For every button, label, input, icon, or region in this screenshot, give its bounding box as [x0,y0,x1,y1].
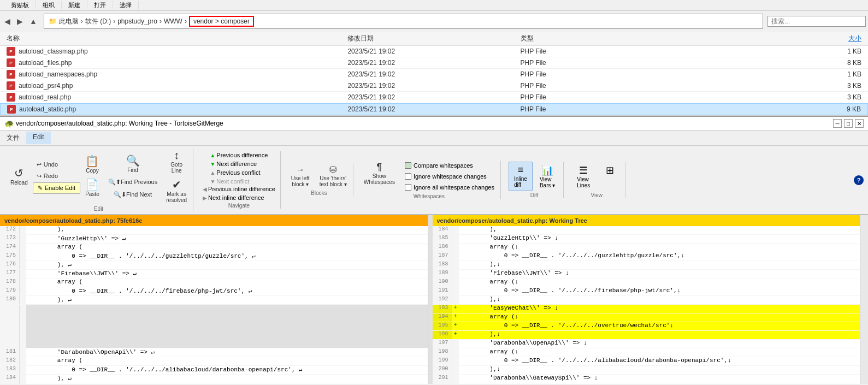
reload-button[interactable]: ↺ Reload [8,166,31,187]
next-inline-button[interactable]: ▶ Next inline difference [201,194,277,202]
find-group: 🔍 Find 🔍⬆ Find Previous 🔍⬇ Find Next [104,153,161,200]
line-content: 0 => __DIR__ . '/../../../firebase/php-j… [459,287,860,295]
file-row[interactable]: P autoload_files.php 2023/5/21 19:02 PHP… [0,57,868,69]
enable-edit-button[interactable]: ✎ Enable Edit [33,182,80,194]
view-bars-button[interactable]: 📊 ViewBars ▾ [535,162,560,191]
undo-icon: ↩ [37,161,42,168]
line-content: 0 => __DIR__ . '/../../../guzzlehttp/guz… [459,252,860,260]
file-icon: P [7,70,15,79]
compare-ws-button[interactable]: Compare whitespaces [402,161,497,170]
menu-bar: 文件 Edit [0,131,868,146]
diff-line: 185 'Darabonba\\GatewaySpi\\' => ↵ [0,383,428,384]
line-indicator [452,270,459,278]
file-row[interactable]: P autoload_classmap.php 2023/5/21 19:02 … [0,46,868,57]
ignore-ws-checkbox [405,173,411,180]
middle-scrollbar[interactable] [428,215,433,384]
find-prev-label: Find Previous [121,179,157,185]
file-row[interactable]: P autoload_real.php 2023/5/21 19:02 PHP … [0,92,868,103]
mark-resolved-button[interactable]: ✔ Mark asresolved [163,177,190,205]
col-header-type[interactable]: 类型 [518,33,691,44]
line-content: 'EasyWeChat\\' => ↓ [459,305,860,313]
blocks-section-label: Blocks [311,189,327,196]
menu-file[interactable]: 文件 [0,132,26,144]
diff-line: 186 array (↓ [433,244,860,252]
col-header-size[interactable]: 大小 [691,33,864,44]
address-this-pc: 此电脑 [59,17,79,26]
next-conflict-button[interactable]: ▼ Next conflict [208,177,269,185]
prev-inline-button[interactable]: ◀ Previous inline difference [201,185,277,193]
inline-diff-button[interactable]: ≡ Inlinediff [509,162,533,191]
line-num: 192 [433,296,452,304]
line-content: ), ↵ [26,296,428,304]
line-indicator [20,366,26,374]
view-lines-button[interactable]: ☰ ViewLines [571,162,595,191]
file-type: PHP File [518,70,691,78]
line-content: array (↓ [459,244,860,252]
ribbon-group-organize: 组织 [36,1,62,9]
line-content: ), [26,226,428,234]
address-highlight: vendor > composer [189,16,254,27]
col-header-name[interactable]: 名称 [4,33,345,44]
blocks-top: → Use leftblock ▾ ⛁ Use 'theirs'text blo… [288,164,350,189]
goto-line-button[interactable]: ↕ GotoLine [167,148,186,175]
diff-line: 184 ), ↵ [0,375,428,383]
copy-button[interactable]: 📋 Copy [82,154,102,175]
close-button[interactable]: ✕ [855,119,864,128]
whitespace-options: Compare whitespaces Ignore whitespace ch… [402,161,497,192]
use-left-icon: → [296,165,305,174]
show-ws-icon: ¶ [376,162,382,172]
ignore-ws-changes-button[interactable]: Ignore whitespace changes [402,171,497,181]
line-num: 183 [0,366,20,374]
file-row[interactable]: P autoload_namespaces.php 2023/5/21 19:0… [0,69,868,80]
show-whitespaces-button[interactable]: ¶ ShowWhitespaces [361,161,398,187]
prev-diff-button[interactable]: ▲ Previous difference [208,151,269,159]
line-indicator [20,357,26,365]
view-extra-button[interactable]: ⊞ [598,162,622,191]
search-input[interactable] [767,16,866,27]
prev-diff-icon: ▲ [210,152,215,158]
window-title: vendor/composer/autoload_static.php: Wor… [16,120,223,127]
file-date: 2023/5/21 19:02 [345,48,518,55]
line-content: 0 => __DIR__ . '/../../../overtrue/wecha… [459,322,860,330]
ignore-all-ws-button[interactable]: Ignore all whitespace changes [402,182,497,192]
file-size: 1 KB [691,70,864,78]
find-previous-button[interactable]: 🔍⬆ Find Previous [104,177,161,187]
right-pane-header: vendor/composer/autoload_static.php: Wor… [433,215,860,226]
find-next-button[interactable]: 🔍⬇ Find Next [110,189,156,200]
find-button[interactable]: 🔍 Find [123,153,143,175]
line-content: ), ↵ [26,375,428,383]
nav-back-button[interactable]: ◀ [2,16,13,27]
line-content: ),↓ [459,331,860,339]
help-button[interactable]: ? [854,175,864,185]
prev-conflict-button[interactable]: ▲ Previous conflict [208,169,269,176]
use-theirs-button[interactable]: ⛁ Use 'theirs'text block ▾ [317,164,350,189]
file-row[interactable]: P autoload_psr4.php 2023/5/21 19:02 PHP … [0,80,868,92]
use-left-block-button[interactable]: → Use leftblock ▾ [288,164,312,189]
menu-edit[interactable]: Edit [26,132,51,144]
col-header-date[interactable]: 修改日期 [345,33,518,44]
line-indicator: + [452,305,459,313]
next-diff-button[interactable]: ▼ Next difference [208,160,269,168]
undo-button[interactable]: ↩ Undo [33,159,80,170]
line-content: array (↓ [459,313,860,322]
file-date: 2023/5/21 19:02 [345,93,518,101]
file-size: 3 KB [691,93,864,101]
line-num: 177 [0,270,20,278]
minimize-button[interactable]: ─ [833,119,842,128]
line-num: 176 [0,261,20,269]
line-num: 195 [433,322,452,330]
ribbon-organize-label: 组织 [43,1,55,9]
ribbon-group-clipboard: 剪贴板 [4,1,36,9]
edit-top: ↺ Reload ↩ Undo ↪ Redo ✎ Enable Edit [8,148,190,205]
diff-line: 181 'Darabonba\\OpenApi\\' => ↵ [0,348,428,357]
file-row[interactable]: P autoload_static.php 2023/5/21 19:02 PH… [0,103,868,115]
nav-up-button[interactable]: ▲ [27,16,39,27]
file-icon: P [7,105,16,114]
address-bar[interactable]: 📁 此电脑 › 软件 (D:) › phpstudy_pro › WWW › v… [44,14,763,29]
nav-forward-button[interactable]: ▶ [15,16,25,27]
paste-button[interactable]: 📄 Paste [82,177,102,199]
diff-line: 190 array (↓ [433,279,860,287]
maximize-button[interactable]: □ [844,119,853,128]
redo-button[interactable]: ↪ Redo [33,171,80,181]
right-scrollbar[interactable] [860,215,868,384]
